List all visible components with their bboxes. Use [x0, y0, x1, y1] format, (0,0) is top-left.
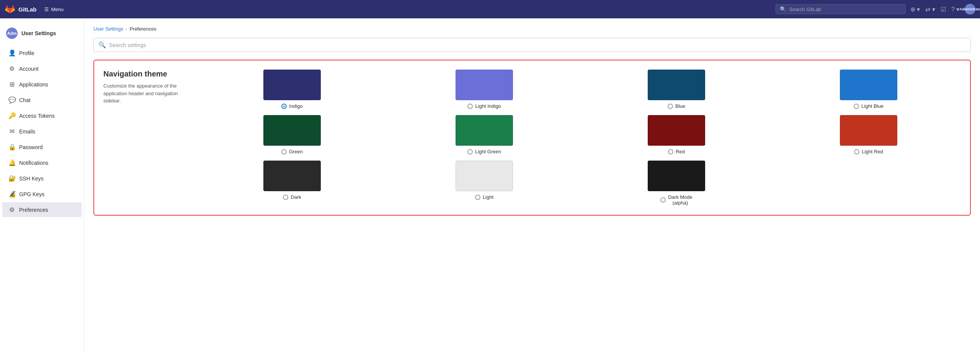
- avatar-text: Administrato: [959, 7, 980, 11]
- dark-color-box: [263, 161, 321, 191]
- emails-icon: ✉: [8, 128, 15, 135]
- search-settings-bar[interactable]: 🔍: [93, 38, 971, 52]
- merge-requests-icon[interactable]: ⇄ ▾: [925, 6, 935, 13]
- theme-description: Navigation theme Customize the appearanc…: [103, 70, 188, 206]
- top-nav-icon-group: ⊕ ▾ ⇄ ▾ ☑ ? ▾ Administrato: [910, 4, 975, 15]
- sidebar-item-ssh-keys[interactable]: 🔐 SSH Keys: [2, 171, 82, 186]
- light-red-radio[interactable]: [854, 149, 859, 154]
- navigation-theme-section: Navigation theme Customize the appearanc…: [93, 60, 971, 216]
- light-radio[interactable]: [475, 195, 480, 200]
- sidebar-item-applications[interactable]: ⊞ Applications: [2, 77, 82, 92]
- hamburger-icon: ☰: [44, 6, 49, 12]
- sidebar-item-chat-label: Chat: [19, 97, 31, 103]
- light-indigo-radio[interactable]: [467, 104, 473, 109]
- light-red-text: Light Red: [862, 149, 883, 154]
- theme-option-blue[interactable]: Blue: [584, 70, 769, 109]
- green-radio[interactable]: [281, 149, 287, 154]
- theme-option-dark[interactable]: Dark: [200, 161, 384, 206]
- breadcrumb: User Settings › Preferences: [93, 26, 971, 32]
- green-text: Green: [289, 149, 303, 154]
- sidebar-item-chat[interactable]: 💬 Chat: [2, 93, 82, 107]
- breadcrumb-separator: ›: [126, 26, 127, 32]
- theme-option-light-green[interactable]: Light Green: [392, 115, 577, 154]
- red-color-box: [648, 115, 705, 146]
- account-icon: ⚙: [8, 65, 15, 72]
- light-blue-radio[interactable]: [854, 104, 859, 109]
- sidebar-item-applications-label: Applications: [19, 81, 48, 88]
- sidebar-item-gpg-keys-label: GPG Keys: [19, 191, 44, 197]
- sidebar-item-emails[interactable]: ✉ Emails: [2, 124, 82, 139]
- theme-section-title: Navigation theme: [103, 70, 188, 78]
- search-settings-input[interactable]: [109, 42, 966, 48]
- dark-text: Dark: [291, 194, 301, 200]
- top-navigation: GitLab ☰ Menu 🔍 ⊕ ▾ ⇄ ▾ ☑ ? ▾ Administra…: [0, 0, 980, 18]
- menu-label: Menu: [51, 6, 64, 12]
- theme-option-light-red[interactable]: Light Red: [776, 115, 961, 154]
- dark-label: Dark: [283, 194, 301, 200]
- red-radio[interactable]: [668, 149, 673, 154]
- user-avatar[interactable]: Administrato: [965, 4, 975, 15]
- light-indigo-text: Light Indigo: [475, 103, 501, 109]
- theme-grid-empty: [776, 161, 961, 206]
- gpg-keys-icon: 🔏: [8, 190, 15, 198]
- sidebar-item-profile[interactable]: 👤 Profile: [2, 46, 82, 60]
- sidebar-item-access-tokens[interactable]: 🔑 Access Tokens: [2, 108, 82, 123]
- sidebar-item-preferences[interactable]: ⚙ Preferences: [2, 202, 82, 217]
- menu-button[interactable]: ☰ Menu: [41, 5, 67, 14]
- theme-option-light-blue[interactable]: Light Blue: [776, 70, 961, 109]
- profile-icon: 👤: [8, 49, 15, 57]
- sidebar-item-notifications[interactable]: 🔔 Notifications: [2, 155, 82, 170]
- new-item-icon[interactable]: ⊕ ▾: [910, 6, 920, 13]
- theme-section-description: Customize the appearance of the applicat…: [103, 82, 188, 105]
- theme-option-light-indigo[interactable]: Light Indigo: [392, 70, 577, 109]
- light-indigo-color-box: [456, 70, 513, 100]
- dark-mode-color-box: [648, 161, 705, 191]
- green-label: Green: [281, 149, 303, 154]
- preferences-icon: ⚙: [8, 206, 15, 213]
- theme-option-green[interactable]: Green: [200, 115, 384, 154]
- indigo-color-box: [263, 70, 321, 100]
- light-label: Light: [475, 194, 493, 200]
- light-green-text: Light Green: [475, 149, 501, 154]
- light-green-label: Light Green: [467, 149, 501, 154]
- gitlab-logo-text: GitLab: [18, 6, 37, 13]
- sidebar-item-preferences-label: Preferences: [19, 207, 48, 213]
- light-indigo-label: Light Indigo: [467, 103, 501, 109]
- sidebar-item-password[interactable]: 🔒 Password: [2, 140, 82, 154]
- red-label: Red: [668, 149, 685, 154]
- chat-icon: 💬: [8, 96, 15, 104]
- light-green-radio[interactable]: [467, 149, 473, 154]
- issues-icon[interactable]: ☑: [941, 6, 946, 13]
- blue-radio[interactable]: [668, 104, 673, 109]
- light-color-box: [456, 161, 513, 191]
- theme-option-indigo[interactable]: Indigo: [200, 70, 384, 109]
- sidebar-item-account[interactable]: ⚙ Account: [2, 61, 82, 76]
- global-search-input[interactable]: [789, 6, 902, 12]
- help-icon[interactable]: ? ▾: [951, 6, 959, 13]
- sidebar-avatar-text: Adm: [7, 31, 16, 36]
- light-red-color-box: [840, 115, 897, 146]
- blue-label: Blue: [668, 103, 685, 109]
- theme-grid: Indigo Light Indigo Blue: [200, 70, 961, 206]
- gitlab-logo[interactable]: GitLab: [5, 4, 37, 15]
- theme-option-dark-mode[interactable]: Dark Mode(alpha): [584, 161, 769, 206]
- sidebar-navigation: 👤 Profile ⚙ Account ⊞ Applications 💬 Cha…: [0, 45, 84, 218]
- dark-radio[interactable]: [283, 195, 288, 200]
- sidebar-header: Adm User Settings: [0, 24, 84, 45]
- applications-icon: ⊞: [8, 81, 15, 88]
- theme-option-red[interactable]: Red: [584, 115, 769, 154]
- dark-mode-text: Dark Mode(alpha): [668, 194, 693, 206]
- indigo-label: Indigo: [281, 103, 302, 109]
- theme-option-light[interactable]: Light: [392, 161, 577, 206]
- sidebar-avatar: Adm: [6, 28, 18, 39]
- sidebar-item-gpg-keys[interactable]: 🔏 GPG Keys: [2, 187, 82, 202]
- sidebar-item-notifications-label: Notifications: [19, 160, 48, 166]
- indigo-radio[interactable]: [281, 104, 287, 109]
- main-content: User Settings › Preferences 🔍 Navigation…: [84, 18, 980, 351]
- dark-mode-label: Dark Mode(alpha): [660, 194, 693, 206]
- breadcrumb-parent[interactable]: User Settings: [93, 26, 123, 32]
- global-search-bar[interactable]: 🔍: [776, 4, 906, 14]
- password-icon: 🔒: [8, 143, 15, 151]
- light-blue-label: Light Blue: [854, 103, 884, 109]
- dark-mode-radio[interactable]: [660, 197, 666, 203]
